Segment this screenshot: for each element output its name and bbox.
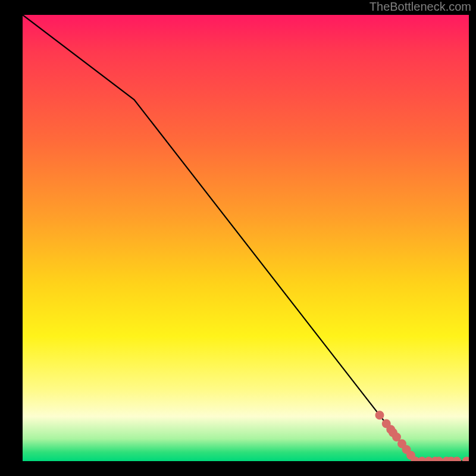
bottleneck-curve: [23, 15, 469, 461]
chart-overlay: [23, 15, 469, 461]
curve-line: [23, 15, 469, 461]
chart-container: TheBottleneck.com: [0, 0, 476, 476]
data-point: [452, 457, 461, 462]
data-point: [462, 457, 469, 462]
attribution-label: TheBottleneck.com: [369, 0, 471, 14]
data-points-floor: [411, 457, 469, 462]
data-point: [375, 411, 384, 419]
data-points-slope: [375, 411, 420, 461]
